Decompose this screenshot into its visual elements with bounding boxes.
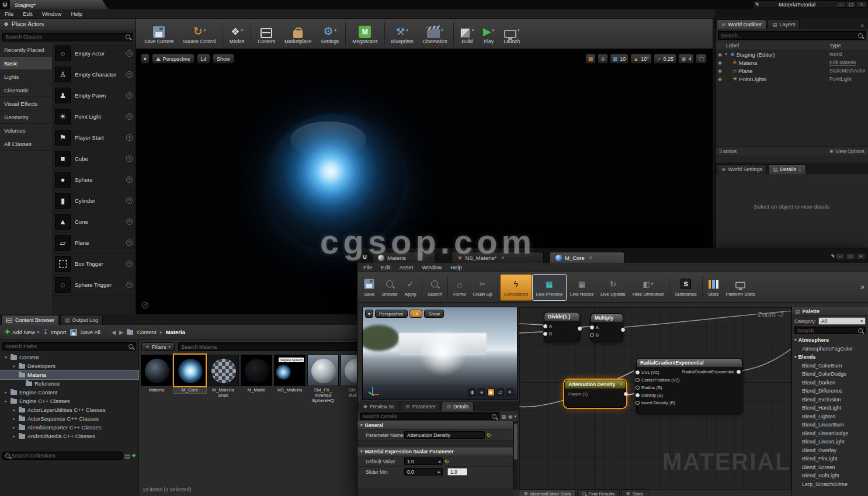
actor-cylinder[interactable]: ▮Cylinder? (52, 190, 136, 211)
actor-sphere-trigger[interactable]: ◌Sphere Trigger? (52, 275, 136, 296)
palette-item[interactable]: Blend_SoftLight (792, 471, 868, 480)
home-button[interactable]: ⌂Home (450, 274, 469, 301)
help-icon[interactable]: ? (126, 197, 133, 204)
help-icon[interactable]: ? (126, 50, 133, 57)
material-window-titlebar[interactable]: U Materia ✳NS_Materia*× M_Core× ◥ – ▢ × (357, 248, 868, 263)
tree-item-engine-content[interactable]: ▸Engine Content (0, 388, 138, 397)
palette-item[interactable]: Lerp_ScratchGrime (792, 480, 868, 489)
palette-item[interactable]: Blend_Overlay (792, 446, 868, 455)
search-paths-input[interactable] (5, 344, 127, 349)
apply-button[interactable]: ✓Apply (401, 274, 420, 301)
tab-world-settings[interactable]: ⊕World Settings (717, 164, 767, 174)
place-actors-search-input[interactable] (5, 34, 124, 40)
window-tab-staging[interactable]: Staging* (10, 0, 108, 9)
node-attenuation-density[interactable]: Attenuation Density▾ Param (1) (564, 380, 626, 408)
preview-show-button[interactable]: Show (424, 310, 444, 318)
palette-item[interactable]: Blend_Difference (792, 387, 868, 396)
outliner-row[interactable]: ◉☀PointLight6PointLight (716, 75, 868, 83)
place-actors-header[interactable]: ❖ Place Actors (0, 19, 136, 30)
help-icon[interactable]: ? (126, 218, 133, 225)
connectors-button[interactable]: ϟConnectors (500, 274, 532, 301)
close-button[interactable]: × (857, 1, 866, 8)
modes-button[interactable]: ❖▾Modes (225, 20, 249, 48)
help-icon[interactable]: ? (126, 282, 133, 288)
actor-sphere[interactable]: ●Sphere? (52, 169, 136, 190)
outliner-row[interactable]: ◉✳MateriaEdit Materia (716, 58, 868, 67)
category-basic[interactable]: Basic (0, 57, 52, 70)
close-panel-icon[interactable]: × (857, 23, 867, 29)
palette-item[interactable]: Blend_HardLight (792, 404, 868, 412)
tree-item-alembicimporter[interactable]: ▸AlembicImporter C++ Classes (0, 423, 138, 432)
grid-snap-value[interactable]: ▦10 (610, 54, 629, 64)
preview-perspective-button[interactable]: Perspective (375, 310, 408, 318)
preview-options-button[interactable]: ▾ (365, 310, 373, 318)
section-general[interactable]: ▾General (357, 421, 514, 430)
input-pin[interactable] (636, 370, 640, 374)
input-pin[interactable] (590, 325, 594, 329)
eye-icon[interactable]: ◉ (718, 68, 722, 74)
asset-sm-fx-inverted-sphere[interactable]: SM_FX_ Inverted SphereHQ (307, 354, 339, 404)
clean-up-button[interactable]: ✂Clean Up (469, 274, 495, 301)
show-button[interactable]: Show (213, 54, 234, 64)
megascans-button[interactable]: MMegascans (348, 20, 382, 48)
slider-min-field[interactable]: 0.0▶ (404, 468, 443, 476)
category-geometry[interactable]: Geometry (0, 110, 52, 124)
asset-m-matte[interactable]: M_Matte (240, 354, 273, 393)
actor-cone[interactable]: ▲Cone? (52, 211, 136, 233)
menu-window[interactable]: Window (42, 11, 62, 17)
actor-empty-actor[interactable]: ○Empty Actor? (52, 43, 136, 64)
help-icon[interactable]: ? (126, 113, 133, 120)
view-options-button[interactable]: ◉View Options (829, 148, 864, 154)
camera-speed-value[interactable]: ▣4 (678, 54, 695, 64)
help-icon[interactable]: ? (126, 240, 133, 246)
close-button[interactable]: × (856, 253, 866, 259)
floating-window-titlebar[interactable]: ◥ MateriaTutorial – ▢ × (753, 0, 868, 8)
tab-details[interactable]: ▤Details (442, 402, 474, 411)
palette-category-atmosphere[interactable]: ▾Atmosphere (792, 336, 868, 345)
import-button[interactable]: ↧Import (43, 328, 66, 336)
browse-button[interactable]: Browse (379, 274, 401, 301)
details-search-input[interactable] (363, 414, 490, 419)
marketplace-button[interactable]: Marketplace (280, 20, 316, 48)
blueprints-button[interactable]: ⚒▾Blueprints (387, 20, 418, 48)
tab-world-outliner[interactable]: ⊕World Outliner (717, 19, 766, 29)
settings-button[interactable]: ⚙▾Settings (316, 20, 343, 48)
hide-unrelated-button[interactable]: ◧▾Hide Unrelated (629, 274, 667, 301)
save-current-button[interactable]: Save Current (140, 20, 178, 48)
asset-m-materia-shell[interactable]: M_Materia Shell (207, 354, 239, 398)
close-icon[interactable]: × (798, 167, 801, 172)
input-pin[interactable] (636, 401, 640, 405)
play-button[interactable]: ▶▾Play (478, 20, 499, 48)
actor-box-trigger[interactable]: Box Trigger? (52, 254, 136, 275)
save-all-button[interactable]: Save All (70, 328, 100, 337)
category-visual-effects[interactable]: Visual Effects (0, 97, 52, 110)
back-icon[interactable]: ◀ (112, 329, 116, 335)
outliner-row[interactable]: ◉▾⊕Staging (Editor)World (716, 50, 868, 58)
actor-empty-character[interactable]: ♙Empty Character? (52, 64, 136, 85)
menu-file[interactable]: File (5, 11, 13, 17)
expander-icon[interactable]: ▾ (724, 52, 728, 57)
tab-materia[interactable]: Materia (372, 252, 435, 263)
tab-output-log[interactable]: ▤Output Log (60, 315, 103, 325)
menu-help[interactable]: Help (450, 264, 462, 270)
shape-sphere-button[interactable]: ● (478, 389, 485, 396)
viewport-options-button[interactable]: ▾ (141, 54, 150, 64)
tree-item-androidmedia[interactable]: ▸AndroidMedia C++ Classes (0, 432, 138, 440)
input-pin[interactable] (590, 333, 594, 337)
tab-preview-scene[interactable]: ◉Preview Sc (359, 402, 400, 411)
section-scalar-parameter[interactable]: ▾Material Expression Scalar Parameter (357, 448, 514, 456)
help-icon[interactable]: ? (126, 155, 133, 162)
perspective-button[interactable]: Perspective (152, 54, 195, 64)
minimize-button[interactable]: – (835, 253, 845, 259)
column-label[interactable]: Label (726, 43, 829, 48)
actor-empty-pawn[interactable]: ♟Empty Pawn? (52, 85, 136, 106)
actor-player-start[interactable]: ⚑Player Start? (52, 127, 136, 148)
maximize-button[interactable]: ▢ (846, 253, 855, 259)
menu-asset[interactable]: Asset (400, 264, 414, 270)
parameter-name-field[interactable]: Attenuation Density (404, 431, 485, 439)
breadcrumb-content[interactable]: Content (137, 329, 156, 335)
palette-item[interactable]: Blend_Exclusion (792, 396, 868, 404)
rotation-snap-value[interactable]: ▲10° (630, 54, 652, 64)
reset-to-default-icon[interactable]: ↻ (487, 432, 491, 438)
surface-snap-toggle[interactable]: ⊕ (598, 54, 608, 64)
